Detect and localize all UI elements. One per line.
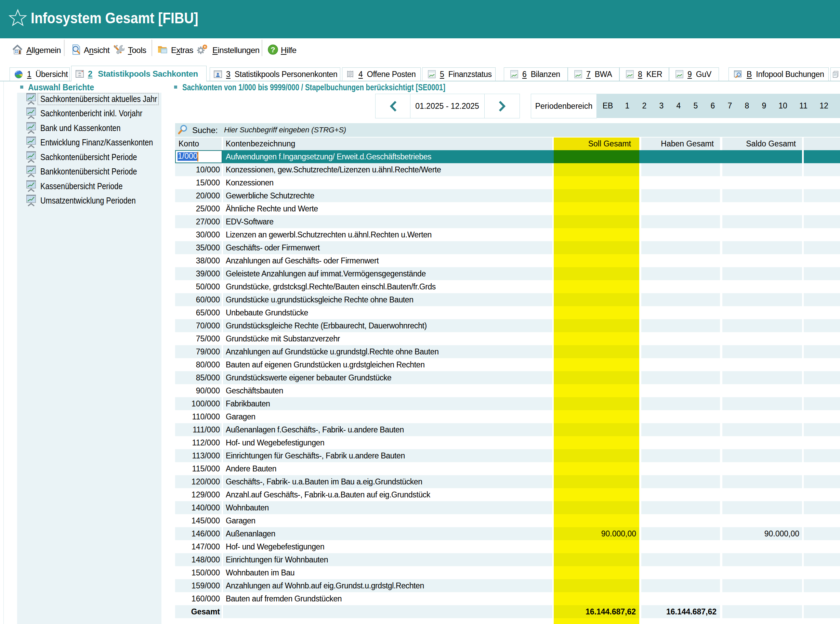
svg-text:?: ? <box>271 45 275 54</box>
